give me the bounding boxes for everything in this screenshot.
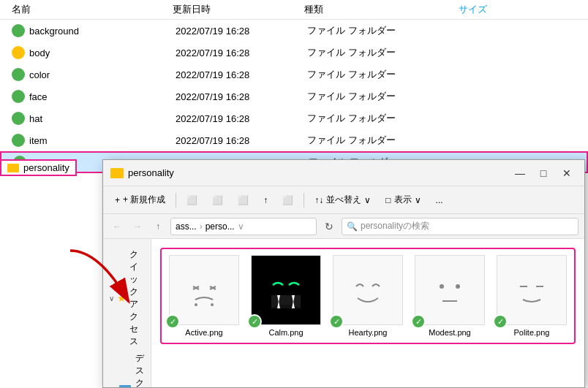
address-breadcrumb[interactable]: ass... › perso... ∨ — [170, 218, 317, 235]
thumb-modest[interactable]: ✓ Modest.png — [413, 255, 486, 337]
file-date: 2022/07/19 16:28 — [176, 47, 307, 58]
breadcrumb-dropdown: ∨ — [238, 221, 244, 232]
file-date: 2022/07/19 16:28 — [176, 113, 307, 124]
header-size: サイズ — [414, 3, 487, 16]
toolbar-separator-2 — [304, 193, 304, 208]
more-icon: ... — [436, 195, 443, 205]
folder-icon — [12, 24, 25, 37]
folder-icon — [12, 90, 25, 103]
expand-icon: ∨ — [109, 294, 114, 303]
thumb-label-polite: Polite.png — [514, 328, 550, 337]
check-badge-active: ✓ — [165, 314, 180, 329]
file-name: background — [29, 26, 176, 37]
check-badge-calm: ✓ — [247, 314, 262, 329]
breadcrumb-sep: › — [200, 221, 203, 232]
file-row-background[interactable]: background 2022/07/19 16:28 ファイル フォルダー — [0, 20, 588, 42]
back-button[interactable]: ← — [109, 218, 125, 235]
search-icon: 🔍 — [347, 221, 358, 232]
view-icon: □ — [385, 195, 391, 205]
copy-button[interactable]: ⬜ — [206, 193, 229, 208]
file-date: 2022/07/19 16:28 — [176, 69, 307, 80]
file-row-face[interactable]: face 2022/07/19 16:28 ファイル フォルダー — [0, 85, 588, 107]
thumb-label-calm: Calm.png — [268, 328, 303, 337]
up-button[interactable]: ↑ — [150, 218, 166, 235]
delete-button[interactable]: ⬜ — [276, 193, 299, 208]
sidebar-item-desktop[interactable]: デスクトップ 📌 — [103, 350, 151, 387]
new-label: + 新規作成 — [123, 194, 165, 206]
window-main: ∨ ★ クイック アクセス デスクトップ 📌 ダウンロード 📌 ドキュメント — [103, 239, 584, 387]
face-calm-svg — [257, 265, 315, 316]
thumb-calm[interactable]: ✓ Calm.png — [249, 255, 323, 337]
minimize-button[interactable]: — — [510, 165, 530, 181]
file-type: ファイル フォルダー — [307, 46, 417, 59]
file-row-color[interactable]: color 2022/07/19 16:28 ファイル フォルダー — [0, 64, 588, 85]
view-label: 表示 — [394, 194, 412, 206]
sort-chevron: ∨ — [364, 195, 371, 205]
file-name: face — [29, 91, 176, 102]
maximize-button[interactable]: □ — [533, 165, 554, 181]
window-title-text: personality — [128, 167, 174, 178]
thumb-wrapper-calm: ✓ — [251, 255, 321, 325]
window-content: ✓ Active.png — [151, 239, 584, 387]
personality-text: personality — [23, 162, 69, 173]
face-hearty-svg — [339, 265, 397, 316]
refresh-button[interactable]: ↻ — [321, 218, 337, 235]
face-modest-svg — [421, 265, 479, 316]
window-toolbar: + + 新規作成 ⬜ ⬜ ⬜ ↑ ⬜ ↑↓ 並べ替え ∨ □ 表示 ∨ — [103, 186, 584, 214]
desktop-label: デスクトップ — [135, 352, 144, 387]
more-button[interactable]: ... — [430, 193, 449, 208]
file-type: ファイル フォルダー — [307, 112, 417, 125]
thumb-polite[interactable]: ✓ Polite.png — [495, 255, 568, 337]
folder-icon-desktop — [119, 385, 131, 387]
svg-point-4 — [195, 303, 197, 306]
plus-icon: + — [115, 195, 120, 205]
thumb-wrapper-modest: ✓ — [415, 255, 485, 325]
svg-point-5 — [211, 303, 214, 306]
sort-button[interactable]: ↑↓ 並べ替え ∨ — [309, 191, 377, 208]
paste-icon: ⬜ — [238, 195, 249, 205]
quick-access-header[interactable]: ∨ ★ クイック アクセス — [103, 246, 151, 350]
forward-button[interactable]: → — [129, 218, 146, 235]
thumb-wrapper-active: ✓ — [169, 255, 239, 325]
window-controls: — □ ✕ — [510, 165, 577, 181]
window-addressbar: ← → ↑ ass... › perso... ∨ ↻ 🔍 personalit… — [103, 214, 584, 239]
thumb-label-active: Active.png — [185, 328, 222, 337]
thumb-active[interactable]: ✓ Active.png — [167, 255, 241, 337]
file-date: 2022/07/19 16:28 — [176, 91, 307, 102]
close-button[interactable]: ✕ — [557, 165, 577, 181]
thumb-wrapper-polite: ✓ — [497, 255, 567, 325]
view-chevron: ∨ — [415, 195, 421, 205]
file-date: 2022/07/19 16:28 — [176, 26, 307, 37]
file-type: ファイル フォルダー — [307, 68, 417, 81]
window-titlebar: personality — □ ✕ — [103, 160, 584, 186]
paste-button[interactable]: ⬜ — [232, 193, 255, 208]
cut-button[interactable]: ⬜ — [181, 193, 203, 208]
file-list-header: 名前 更新日時 種類 サイズ — [0, 0, 588, 20]
file-name: body — [29, 47, 176, 58]
star-icon: ★ — [117, 292, 127, 304]
share-button[interactable]: ↑ — [257, 193, 274, 208]
face-active-svg — [175, 265, 233, 316]
quick-access-section: ∨ ★ クイック アクセス デスクトップ 📌 ダウンロード 📌 ドキュメント — [103, 245, 151, 387]
sort-icon: ↑↓ — [314, 195, 323, 205]
view-button[interactable]: □ 表示 ∨ — [380, 191, 426, 208]
thumb-hearty[interactable]: ✓ Hearty.png — [331, 255, 404, 337]
search-box[interactable]: 🔍 personalityの検索 — [342, 218, 578, 235]
file-name: item — [29, 135, 176, 146]
file-row-hat[interactable]: hat 2022/07/19 16:28 ファイル フォルダー — [0, 107, 588, 129]
thumbnail-grid: ✓ Active.png — [160, 248, 576, 344]
file-row-body[interactable]: body 2022/07/19 16:28 ファイル フォルダー — [0, 42, 588, 64]
new-button[interactable]: + + 新規作成 — [109, 191, 171, 208]
delete-icon: ⬜ — [282, 195, 293, 205]
file-name: hat — [29, 113, 176, 124]
file-row-item[interactable]: item 2022/07/19 16:28 ファイル フォルダー — [0, 129, 588, 151]
header-type: 種類 — [304, 3, 414, 16]
toolbar-separator — [176, 193, 176, 208]
window-title: personality — [110, 167, 174, 178]
face-polite-svg — [502, 265, 561, 316]
folder-icon — [12, 112, 25, 125]
folder-icon — [12, 68, 25, 81]
file-name: color — [29, 69, 176, 80]
thumb-label-hearty: Hearty.png — [349, 328, 388, 337]
folder-icon — [12, 46, 25, 59]
